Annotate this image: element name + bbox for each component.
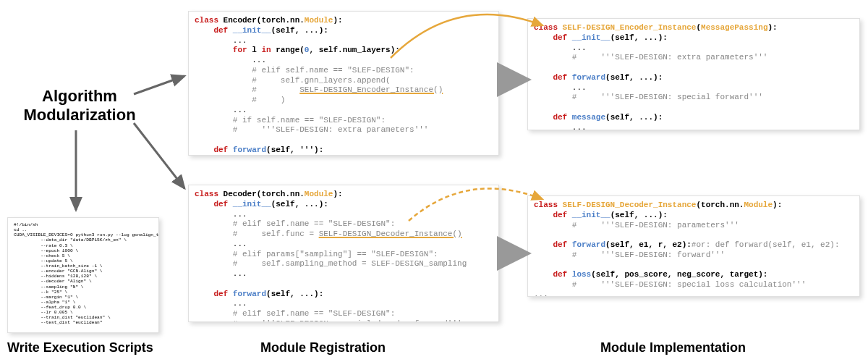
comment: # elif self.name == "SLEF-DESIGN": [233,309,395,318]
ellipsis: ... [233,36,247,45]
comment: # self.gnn_layers.append( [252,76,390,85]
ellipsis: ... [233,156,247,156]
comment: # self.func = [233,230,319,238]
comment: # elif self.name == "SLEF-DESIGN": [233,219,395,228]
comment: # '''SLEF-DESIGN: forward''' [572,251,725,259]
arrow-headline-to-scripts [65,130,87,217]
kw-class: class [534,201,563,209]
args: (self, '''): [266,146,323,154]
ellipsis: ... [233,106,247,114]
encoder-instance-ref: SELF-DESIGN_Encoder_Instance() [299,85,443,94]
args: (self, ...): [605,113,663,122]
label-module-registration: Module Registration [260,340,386,355]
kw-def: def [213,26,232,35]
comment: # '''SLEF-DESIGN: special decoder forwar… [233,319,462,322]
kw-def: def [553,211,571,219]
label-module-implementation: Module Implementation [600,340,746,355]
args: (self, ...): [271,200,328,209]
range: range( [276,46,305,54]
method-forward: forward [572,73,605,82]
ellipsis: ... [233,299,247,308]
headline-main: Algorithm Modularization [0,87,159,125]
inherit-label: (torch.nn. [696,201,744,209]
ellipsis: ... [572,43,587,52]
decoder-instance-ref: SELF-DESIGN_Decoder_Instance() [319,230,462,238]
ellipsis: ... [534,290,548,297]
kw-def: def [213,200,232,209]
method-loss: loss [572,270,591,279]
method-init: __init__ [233,26,271,35]
kw-class: class [534,23,563,32]
class-name: SELF-DESIGN_Decoder_Instance [563,201,697,209]
comment: # '''SLEF-DESIGN: special loss calculati… [572,280,806,289]
arrow-decoder-to-impl [503,243,524,264]
paren-tail: ): [333,190,342,198]
inherit-label: (torch.nn. [257,190,305,198]
label-write-scripts: Write Execution Scripts [7,340,153,355]
comment-trail: #or: def forward(self, e1, e2): [692,240,840,249]
comment: # if self.name == "SLEF-DESIGN": [233,116,386,125]
ellipsis: ... [572,123,587,131]
kw-class: class [195,16,224,25]
arrow-encoder-to-impl [503,69,524,90]
decoder-registration-box: class Decoder(torch.nn.Module): def __in… [188,185,499,322]
arrow-headline-to-decoder [130,119,188,192]
kw-for: for [233,46,252,54]
ellipsis: ... [233,210,247,219]
comment: # '''SLEF-DESIGN: parameters''' [572,221,739,230]
kw-def: def [553,73,571,82]
comment: # '''SLEF-DESIGN: extra parameters''' [572,53,768,62]
method-forward: forward [233,290,266,298]
comment: # [252,85,299,94]
kw-class: class [195,190,224,198]
args: (self, ...): [605,73,663,82]
args: (self, ...): [271,26,328,35]
method-init: __init__ [572,33,610,42]
class-name: Decoder [224,190,257,198]
encoder-implementation-box: class SELF-DESIGN_Encoder_Instance(Messa… [527,18,860,130]
method-forward: forward [233,146,266,154]
loopvar: l [252,46,261,54]
decoder-implementation-box: class SELF-DESIGN_Decoder_Instance(torch… [527,195,860,297]
class-name: SELF-DESIGN_Encoder_Instance [563,23,697,32]
kw-def: def [553,270,571,279]
kw-def: def [553,240,571,249]
args: (self, ...): [610,33,668,42]
method-init: __init__ [572,211,610,219]
args: (self, ...): [610,211,668,219]
inherit-cls: Module [744,201,773,209]
inherit-label: (torch.nn. [257,16,305,25]
method-message: message [572,113,605,122]
comment: # self.sampling_method = SLEF-DESIGN_sam… [233,259,467,268]
kw-def: def [213,290,232,298]
ellipsis: ... [233,269,247,278]
kw-def: def [553,33,571,42]
ellipsis: ... [252,56,266,64]
args: (self, e1, r, e2): [605,240,692,249]
kw-def: def [553,113,571,122]
method-forward: forward [572,240,605,249]
inherit-cls: MessagePassing [701,23,767,32]
svg-line-1 [134,123,184,188]
paren-tail: ): [767,23,777,32]
ellipsis: ... [572,83,587,92]
range-rest: , self.num_layers): [309,46,399,54]
args: (self, ...): [266,290,323,298]
kw-def: def [213,146,232,154]
comment: # elif params["sampling"] == "SLEF-DESIG… [233,250,438,258]
comment: # '''SLEF-DESIGN: extra parameters''' [233,125,429,134]
encoder-registration-box: class Encoder(torch.nn.Module): def __in… [188,11,499,156]
kw-in: in [261,46,276,54]
execution-script-box: #!/bin/sh cd .. CUDA_VISIBLE_DEVICES=0 p… [7,217,159,333]
comment: # '''SLEF-DESIGN: special forward''' [572,93,763,101]
ellipsis: ... [233,240,247,248]
method-init: __init__ [233,200,271,209]
class-name: Encoder [224,16,257,25]
comment: # elif self.name == "SLEF-DESIGN": [252,66,414,75]
paren-tail: ): [773,201,782,209]
paren-tail: ): [333,16,342,25]
inherit-cls: Module [305,190,333,198]
inherit-cls: Module [305,16,333,25]
args: (self, pos_score, neg_score, target): [591,270,767,279]
comment: # ) [252,96,285,104]
